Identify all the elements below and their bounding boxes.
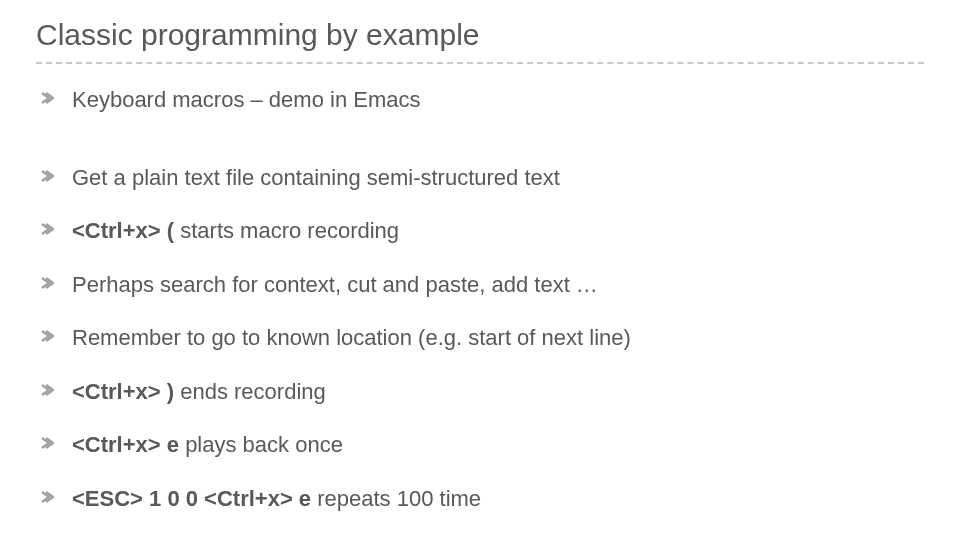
list-item: Get a plain text file containing semi-st…: [40, 164, 924, 192]
chevron-right-icon: [40, 222, 54, 236]
list-item: <Ctrl+x> ) ends recording: [40, 378, 924, 406]
list-item: <Ctrl+x> ( starts macro recording: [40, 217, 924, 245]
list-item: Perhaps search for context, cut and past…: [40, 271, 924, 299]
bullet-list: Keyboard macros – demo in EmacsGet a pla…: [36, 86, 924, 512]
list-item-text: <Ctrl+x> ( starts macro recording: [72, 217, 924, 245]
list-item-text: <Ctrl+x> ) ends recording: [72, 378, 924, 406]
divider: [36, 62, 924, 64]
list-item: Keyboard macros – demo in Emacs: [40, 86, 924, 114]
chevron-right-icon: [40, 169, 54, 183]
list-item: <ESC> 1 0 0 <Ctrl+x> e repeats 100 time: [40, 485, 924, 513]
list-item-text: Get a plain text file containing semi-st…: [72, 164, 924, 192]
chevron-right-icon: [40, 383, 54, 397]
list-item-text: Perhaps search for context, cut and past…: [72, 271, 924, 299]
list-item-text: Remember to go to known location (e.g. s…: [72, 324, 924, 352]
slide-title: Classic programming by example: [36, 18, 924, 52]
chevron-right-icon: [40, 91, 54, 105]
list-item: Remember to go to known location (e.g. s…: [40, 324, 924, 352]
list-item: <Ctrl+x> e plays back once: [40, 431, 924, 459]
list-item-text: <Ctrl+x> e plays back once: [72, 431, 924, 459]
slide: Classic programming by example Keyboard …: [0, 0, 960, 512]
chevron-right-icon: [40, 436, 54, 450]
chevron-right-icon: [40, 490, 54, 504]
chevron-right-icon: [40, 329, 54, 343]
list-item-text: Keyboard macros – demo in Emacs: [72, 86, 924, 114]
list-item-text: <ESC> 1 0 0 <Ctrl+x> e repeats 100 time: [72, 485, 924, 513]
chevron-right-icon: [40, 276, 54, 290]
